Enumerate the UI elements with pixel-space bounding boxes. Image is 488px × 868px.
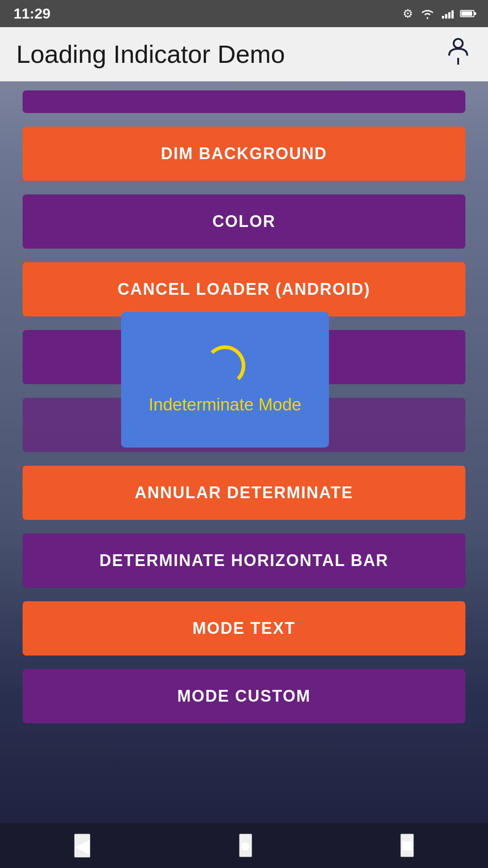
mode-custom-button[interactable]: MODE CUSTOM [23, 669, 465, 723]
cancel-loader-button[interactable]: CANCEL LOADER (ANDROID) [23, 262, 465, 316]
svg-point-0 [454, 39, 463, 48]
status-bar: 11:29 [0, 0, 488, 27]
back-button[interactable]: ◀ [74, 834, 90, 858]
popup-label: Indeterminate Mode [149, 395, 301, 415]
nav-bar: ◀ ● ■ [0, 823, 488, 868]
color-button[interactable]: COLOR [23, 194, 465, 249]
home-button[interactable]: ● [239, 834, 252, 857]
signal-icon [442, 9, 454, 19]
top-partial-strip [23, 90, 465, 113]
spinner-icon [205, 345, 245, 386]
person-pin-icon[interactable] [445, 35, 472, 73]
determinate-horizontal-bar-button[interactable]: DETERMINATE HORIZONTAL BAR [23, 533, 465, 588]
status-icons [403, 7, 474, 21]
battery-icon [460, 10, 474, 17]
dim-background-button[interactable]: DIM BACKGROUND [23, 127, 465, 181]
annular-determinate-button[interactable]: ANNULAR DETERMINATE [23, 466, 465, 520]
wifi-icon [419, 7, 436, 20]
app-bar: Loading Indicator Demo [0, 27, 488, 81]
page-title: Loading Indicator Demo [16, 39, 285, 69]
indeterminate-popup: Indeterminate Mode [121, 312, 329, 448]
mode-text-button[interactable]: MODE TEXT [23, 601, 465, 656]
gear-icon [403, 7, 413, 21]
status-time: 11:29 [14, 5, 51, 22]
recents-button[interactable]: ■ [400, 834, 413, 857]
